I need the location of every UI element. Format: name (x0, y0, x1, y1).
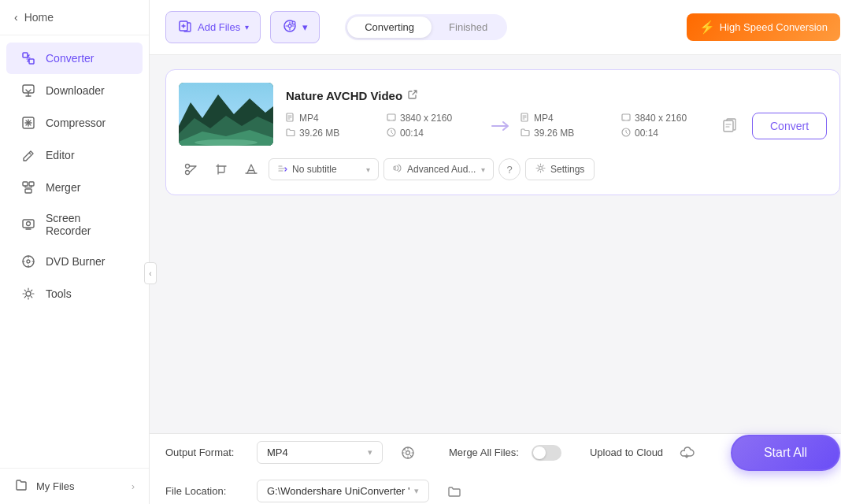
output-duration-value: 00:14 (635, 128, 658, 139)
sidebar-item-screen-recorder[interactable]: Screen Recorder (6, 204, 143, 245)
add-dvd-button[interactable]: ▾ (270, 11, 320, 43)
sidebar-item-compressor[interactable]: Compressor (6, 107, 143, 139)
more-options-icon[interactable] (716, 112, 744, 140)
browse-folder-icon[interactable] (442, 479, 467, 504)
file-location-value: G:\Wondershare UniConverter ' (267, 485, 409, 497)
home-label: Home (24, 11, 54, 24)
sidebar-item-label: Downloader (46, 84, 105, 97)
subtitle-icon (277, 163, 287, 176)
sidebar-item-downloader[interactable]: Downloader (6, 75, 143, 106)
add-files-button[interactable]: Add Files ▾ (165, 11, 261, 43)
output-meta: MP4 39.26 MB (521, 113, 615, 139)
output-settings-icon[interactable] (395, 440, 420, 465)
output-size-value: 39.26 MB (534, 128, 574, 139)
svg-rect-1 (29, 59, 34, 64)
input-duration: 00:14 (387, 128, 481, 139)
sidebar-item-editor[interactable]: Editor (6, 139, 143, 171)
file-location-label: File Location: (165, 485, 244, 497)
svg-rect-25 (622, 114, 630, 120)
my-files-icon (14, 478, 28, 495)
sidebar-item-merger[interactable]: Merger (6, 172, 143, 203)
merger-icon (20, 180, 36, 195)
output-duration: 00:14 (621, 128, 716, 139)
svg-point-10 (27, 260, 30, 263)
subtitle-dropdown[interactable]: No subtitle ▾ (269, 158, 379, 180)
sidebar-item-label: Converter (46, 52, 94, 65)
tools-icon (20, 286, 36, 302)
sidebar-collapse-btn[interactable]: ‹ (144, 262, 157, 284)
input-size: 39.26 MB (286, 128, 380, 139)
svg-rect-30 (218, 166, 224, 172)
svg-point-20 (195, 139, 257, 146)
bottom-row-1: Output Format: MP4 ▾ Merge All Files: Up… (165, 435, 840, 471)
file-info: Nature AVCHD Video (286, 89, 827, 140)
svg-point-14 (288, 24, 291, 28)
subtitle-caret: ▾ (366, 165, 370, 174)
trim-icon[interactable] (179, 157, 204, 182)
conversion-arrow (481, 118, 521, 134)
bolt-icon: ⚡ (699, 20, 715, 35)
convert-button[interactable]: Convert (752, 113, 827, 139)
audio-caret: ▾ (481, 165, 485, 174)
input-meta2: 3840 x 2160 00:14 (387, 113, 481, 139)
svg-point-33 (406, 450, 410, 454)
folder-icon (286, 128, 295, 139)
audio-dropdown[interactable]: Advanced Aud... ▾ (383, 158, 494, 180)
screen-recorder-icon (20, 217, 36, 232)
output-resolution-icon (621, 113, 631, 124)
tab-converting[interactable]: Converting (347, 17, 432, 38)
upload-cloud-icon[interactable] (676, 442, 698, 464)
chevron-right-icon: › (132, 481, 135, 492)
output-format-select[interactable]: MP4 ▾ (257, 441, 383, 464)
output-meta2: 3840 x 2160 00:14 (621, 113, 716, 139)
sidebar-bottom-my-files[interactable]: My Files › (0, 468, 149, 504)
file-location-select[interactable]: G:\Wondershare UniConverter ' ▾ (257, 480, 429, 502)
file-meta-row: MP4 39.26 MB (286, 112, 827, 140)
tab-finished[interactable]: Finished (432, 17, 505, 38)
input-resolution: 3840 x 2160 (387, 113, 481, 124)
output-resolution-value: 3840 x 2160 (635, 113, 687, 124)
file-icon (286, 113, 295, 124)
input-format: MP4 (286, 113, 380, 124)
output-format-value: MP4 (267, 447, 288, 458)
svg-rect-0 (23, 53, 28, 57)
high-speed-conversion-button[interactable]: ⚡ High Speed Conversion (687, 13, 840, 41)
audio-icon (392, 163, 402, 176)
tab-group: Converting Finished (345, 14, 507, 40)
file-card-top: Nature AVCHD Video (179, 83, 827, 146)
svg-rect-27 (724, 120, 733, 132)
bottom-row-2: File Location: G:\Wondershare UniConvert… (165, 479, 840, 504)
svg-rect-7 (23, 220, 34, 228)
my-files-label: My Files (36, 480, 74, 492)
sidebar-item-label: Screen Recorder (46, 212, 128, 237)
topbar: Add Files ▾ ▾ Converting Finished ⚡ (150, 0, 841, 55)
dvd-burner-icon (20, 254, 36, 269)
external-link-icon[interactable] (407, 89, 418, 102)
input-meta: MP4 39.26 MB (286, 113, 380, 139)
resolution-icon (387, 113, 396, 124)
start-all-button[interactable]: Start All (731, 435, 840, 471)
output-resolution: 3840 x 2160 (621, 113, 716, 124)
output-format-value: MP4 (534, 113, 554, 124)
svg-point-11 (26, 291, 31, 296)
sidebar-item-dvd-burner[interactable]: DVD Burner (6, 246, 143, 277)
sidebar-home[interactable]: ‹ Home (0, 0, 149, 35)
sidebar-nav: Converter Downloader Comp (0, 35, 149, 468)
settings-button[interactable]: Settings (525, 158, 595, 180)
sidebar-item-label: DVD Burner (46, 255, 105, 268)
downloader-icon (20, 83, 36, 98)
sidebar-item-tools[interactable]: Tools (6, 278, 143, 309)
subtitle-label: No subtitle (292, 164, 337, 175)
audio-label: Advanced Aud... (407, 164, 476, 175)
effects-icon[interactable] (239, 157, 264, 182)
sidebar-item-converter[interactable]: Converter (6, 43, 143, 74)
clock-icon (387, 128, 396, 139)
svg-rect-22 (387, 114, 395, 120)
help-button[interactable]: ? (498, 158, 521, 180)
crop-icon[interactable] (209, 157, 234, 182)
add-dvd-caret: ▾ (302, 21, 308, 33)
output-file-icon (521, 113, 530, 124)
merge-toggle[interactable] (532, 445, 561, 461)
editor-icon (20, 147, 36, 163)
svg-rect-4 (23, 182, 28, 186)
